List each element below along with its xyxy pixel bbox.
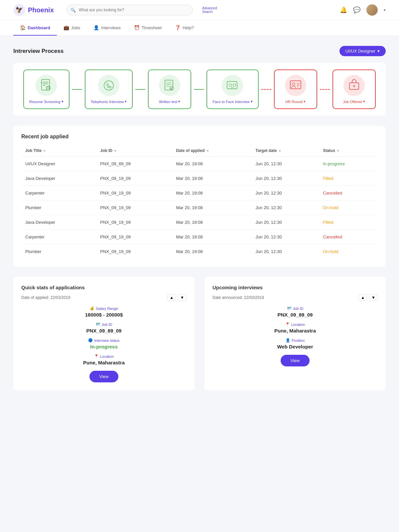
cell-target-date-0: Jun 20, 12:30 xyxy=(252,157,319,171)
quick-stats-down-btn[interactable]: ▼ xyxy=(178,294,187,301)
svg-point-17 xyxy=(233,84,236,86)
step-job-offered[interactable]: Job Offered ▾ xyxy=(332,69,376,109)
connector-3 xyxy=(191,89,206,90)
col-job-title[interactable]: Job Title ▾ xyxy=(21,145,96,157)
upcoming-up-btn[interactable]: ▲ xyxy=(358,294,367,301)
notification-icon[interactable]: 🔔 xyxy=(340,6,347,14)
upcoming-down-btn[interactable]: ▼ xyxy=(369,294,378,301)
cell-job-title-3: Plumber xyxy=(21,200,96,215)
nav-item-dashboard[interactable]: 🏠 Dashboard xyxy=(13,20,57,36)
connector-1 xyxy=(69,89,85,90)
quick-stats-date-row: Date of applied: 22/03/2019 ▲ ▼ xyxy=(21,294,187,301)
nav-label-jobs: Jobs xyxy=(71,25,80,30)
upcoming-date-row: Date announced: 22/03/2019 ▲ ▼ xyxy=(212,294,378,301)
cell-job-id-0: PNX_09_89_09 xyxy=(96,157,172,171)
upcoming-view-button[interactable]: View xyxy=(281,355,310,366)
quick-stats-date-label: Date of applied: 22/03/2019 xyxy=(21,295,70,300)
qs-job-id-label: Job ID xyxy=(102,323,112,327)
svg-point-8 xyxy=(47,87,49,89)
nav-item-interviews[interactable]: 👤 Interviews xyxy=(87,20,127,36)
cell-job-id-5: PNX_09_19_09 xyxy=(96,230,172,244)
step-label-job-offered: Job Offered ▾ xyxy=(343,99,365,104)
qs-job-id-label-wrap: 🪪 Job ID xyxy=(21,322,187,327)
cell-job-title-0: UI/UX Designer xyxy=(21,157,96,171)
avatar-chevron-icon[interactable]: ▾ xyxy=(384,8,386,12)
col-job-id[interactable]: Job ID ▾ xyxy=(96,145,172,157)
upcoming-interviews-card: Upcoming interviews Date announced: 22/0… xyxy=(204,277,386,390)
message-icon[interactable]: 💬 xyxy=(353,6,360,14)
table-row: Plumber PNX_09_19_09 Mar 20, 19:08 Jun 2… xyxy=(21,200,378,215)
search-input[interactable] xyxy=(66,5,193,15)
resume-screening-icon xyxy=(39,78,54,93)
nav-item-jobs[interactable]: 💼 Jobs xyxy=(57,20,87,36)
col-date-applied[interactable]: Date of applied ▾ xyxy=(172,145,251,157)
nav-item-timesheet[interactable]: ⏰ Timesheet xyxy=(127,20,168,36)
quick-stats-view-button[interactable]: View xyxy=(89,371,119,382)
cell-status-1: Filled xyxy=(319,171,378,186)
salary-range-label-wrap: 💰 Salary Range xyxy=(21,306,187,311)
svg-point-19 xyxy=(292,83,295,85)
ui-location-value: Pune, Maharastra xyxy=(212,328,378,333)
quick-stats-title: Quick stats of applications xyxy=(21,285,187,290)
step-telephonic[interactable]: Telephonic Interview ▾ xyxy=(85,69,133,109)
main-content: Intrerview Process UI/UX Designer ▾ R xyxy=(0,36,399,400)
step-chevron3-icon: ▾ xyxy=(178,99,180,104)
phoenix-logo-icon: 🦅 xyxy=(13,4,25,16)
step-label-face: Face to Face Interview ▾ xyxy=(212,99,252,104)
salary-icon: 💰 xyxy=(90,306,94,311)
cell-status-5: Cancelled xyxy=(319,230,378,244)
logo-text: Phoenix xyxy=(28,6,54,14)
qs-location-label: Location xyxy=(100,354,114,358)
ui-location-label: Location xyxy=(291,323,305,327)
telephonic-icon xyxy=(101,78,116,93)
cell-status-0: In-progress xyxy=(319,157,378,171)
cell-job-id-1: PNX_09_19_09 xyxy=(96,171,172,186)
step-written-test[interactable]: Written test ▾ xyxy=(148,69,191,109)
nav-label-timesheet: Timesheet xyxy=(142,25,162,30)
svg-text:🦅: 🦅 xyxy=(16,6,23,14)
table-header-row: Job Title ▾ Job ID ▾ Date of applied ▾ T… xyxy=(21,145,378,157)
table-row: UI/UX Designer PNX_09_89_09 Mar 20, 19:0… xyxy=(21,157,378,171)
job-type-dropdown[interactable]: UI/UX Designer ▾ xyxy=(339,46,386,56)
ui-location-label-wrap: 📍 Location xyxy=(212,322,378,327)
upcoming-date-label: Date announced: 22/03/2019 xyxy=(212,295,264,300)
col-target-date[interactable]: Target date ▾ xyxy=(252,145,319,157)
quick-stats-card: Quick stats of applications Date of appl… xyxy=(13,277,195,390)
qs-job-id-value: PNX_09_89_09 xyxy=(21,328,187,333)
step-chevron4-icon: ▾ xyxy=(251,99,253,104)
quick-stats-up-btn[interactable]: ▲ xyxy=(167,294,176,301)
qs-status-icon: 🔵 xyxy=(88,338,93,342)
cell-job-title-4: Java Developer xyxy=(21,215,96,230)
step-face-to-face[interactable]: Face to Face Interview ▾ xyxy=(206,69,258,109)
logo-area: 🦅 Phoenix xyxy=(13,4,60,16)
cell-target-date-6: Jun 20, 12:30 xyxy=(252,244,319,259)
ui-position-label-wrap: 👤 Position xyxy=(212,338,378,342)
col-status[interactable]: Status ▾ xyxy=(319,145,378,157)
salary-range-label: Salary Range xyxy=(96,307,118,311)
qs-jobid-icon: 🪪 xyxy=(96,322,100,327)
upcoming-interviews-title: Upcoming interviews xyxy=(212,285,378,290)
dashboard-icon: 🏠 xyxy=(20,25,26,30)
upcoming-date-controls: ▲ ▼ xyxy=(358,294,378,301)
job-offered-icon-wrap xyxy=(343,75,365,96)
nav-label-dashboard: Dashboard xyxy=(28,25,50,30)
step-chevron5-icon: ▾ xyxy=(304,99,306,104)
svg-point-9 xyxy=(104,81,113,90)
avatar[interactable] xyxy=(366,4,378,16)
step-hr-round[interactable]: HR Round ▾ xyxy=(274,69,317,109)
qs-interview-status-label: Interview status xyxy=(94,338,119,342)
process-steps: Resume Screening ▾ Telephonic Interview … xyxy=(13,63,386,116)
cell-job-id-6: PNX_09_19_09 xyxy=(96,244,172,259)
advanced-search-link[interactable]: Advanced Search xyxy=(202,6,217,14)
search-area: 🔍 xyxy=(66,5,193,15)
header: 🦅 Phoenix 🔍 Advanced Search 🔔 💬 ▾ xyxy=(0,0,399,20)
step-label-telephonic: Telephonic Interview ▾ xyxy=(91,99,127,104)
nav-item-help[interactable]: ❓ Help? xyxy=(168,20,200,36)
job-offered-icon xyxy=(347,78,361,93)
step-resume-screening[interactable]: Resume Screening ▾ xyxy=(23,69,69,109)
written-test-icon xyxy=(162,78,177,93)
telephonic-icon-wrap xyxy=(98,75,119,96)
dropdown-chevron-icon: ▾ xyxy=(377,49,380,54)
clock-icon: ⏰ xyxy=(134,25,140,30)
qs-interview-status-value: In-progress xyxy=(21,344,187,349)
